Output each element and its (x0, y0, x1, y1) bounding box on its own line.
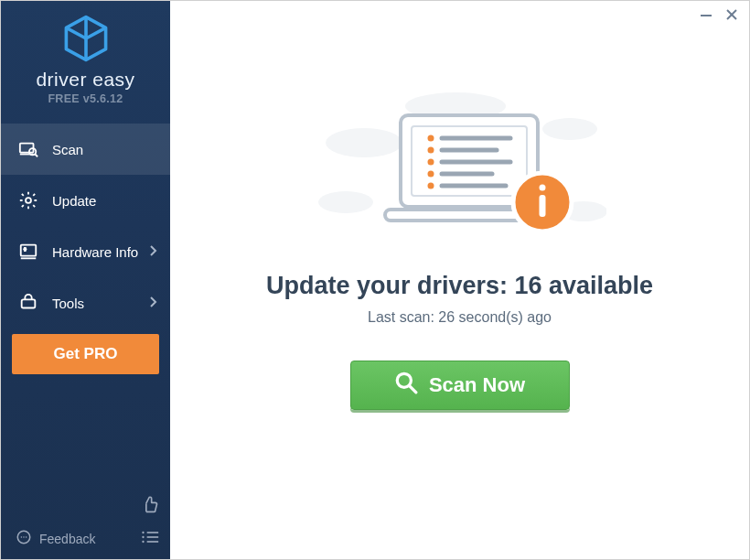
sidebar-item-hardware-info[interactable]: i Hardware Info (1, 226, 170, 277)
scan-now-label: Scan Now (429, 373, 525, 397)
main-content: Update your drivers: 16 available Last s… (170, 1, 749, 559)
app-window: driver easy FREE v5.6.12 Scan (0, 0, 750, 560)
feedback-label: Feedback (39, 532, 95, 546)
sidebar-item-update[interactable]: Update (1, 175, 170, 226)
svg-point-35 (427, 159, 434, 166)
sidebar: driver easy FREE v5.6.12 Scan (1, 1, 170, 559)
svg-point-13 (23, 536, 25, 538)
get-pro-button[interactable]: Get PRO (12, 334, 159, 374)
chevron-right-icon (150, 296, 157, 310)
svg-line-4 (35, 155, 38, 157)
sidebar-item-label: Tools (52, 296, 84, 311)
svg-line-47 (410, 386, 416, 393)
svg-point-17 (142, 536, 144, 538)
sidebar-nav: Scan Update i (1, 124, 170, 328)
svg-rect-10 (22, 299, 36, 307)
sidebar-item-label: Update (52, 193, 96, 209)
svg-point-26 (318, 191, 373, 213)
tools-icon (17, 292, 39, 314)
status-illustration (314, 92, 606, 248)
sidebar-item-label: Scan (52, 142, 83, 157)
chevron-right-icon (150, 244, 157, 259)
svg-point-25 (542, 118, 597, 140)
gear-icon (17, 189, 39, 211)
brand-version: FREE v5.6.12 (1, 92, 170, 105)
minimize-button[interactable] (700, 8, 712, 24)
svg-point-24 (326, 128, 402, 157)
svg-text:i: i (25, 247, 26, 252)
svg-point-15 (142, 532, 144, 533)
feedback-icon (16, 529, 32, 548)
svg-point-19 (142, 541, 144, 543)
close-button[interactable] (725, 8, 738, 24)
logo-area: driver easy FREE v5.6.12 (1, 1, 170, 113)
svg-point-14 (26, 536, 27, 538)
svg-point-12 (21, 536, 23, 538)
svg-point-44 (539, 185, 545, 191)
sidebar-item-label: Hardware Info (52, 244, 138, 260)
svg-point-37 (427, 171, 434, 178)
sidebar-item-scan[interactable]: Scan (1, 124, 170, 175)
svg-point-5 (26, 198, 31, 203)
brand-name: driver easy (1, 69, 170, 91)
svg-point-33 (427, 147, 434, 154)
feedback-button[interactable]: Feedback (16, 529, 95, 548)
last-scan-text: Last scan: 26 second(s) ago (368, 309, 552, 326)
thumbs-up-icon[interactable] (141, 495, 159, 517)
scan-icon (17, 138, 39, 160)
search-icon (394, 371, 418, 400)
svg-point-39 (427, 183, 434, 189)
svg-point-31 (427, 135, 434, 142)
scan-now-button[interactable]: Scan Now (350, 361, 570, 410)
sidebar-item-tools[interactable]: Tools (1, 277, 170, 328)
get-pro-label: Get PRO (54, 345, 118, 363)
hardware-info-icon: i (17, 241, 39, 263)
svg-rect-45 (539, 195, 545, 217)
sidebar-bottom-icons (141, 495, 159, 548)
svg-rect-6 (21, 245, 37, 256)
app-logo-icon (61, 50, 111, 66)
sidebar-bottom: Feedback (1, 486, 170, 559)
window-controls (700, 8, 738, 24)
menu-list-icon[interactable] (141, 530, 159, 548)
svg-point-46 (397, 373, 411, 387)
status-headline: Update your drivers: 16 available (266, 272, 653, 300)
